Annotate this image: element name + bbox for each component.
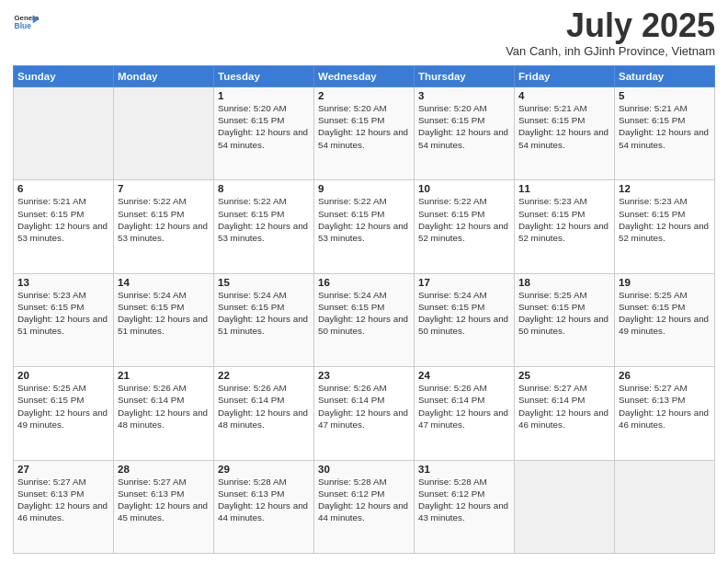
table-row: 18Sunrise: 5:25 AM Sunset: 6:15 PM Dayli… xyxy=(515,273,615,366)
calendar-week-row: 27Sunrise: 5:27 AM Sunset: 6:13 PM Dayli… xyxy=(14,460,715,553)
table-row xyxy=(14,87,114,180)
table-row: 28Sunrise: 5:27 AM Sunset: 6:13 PM Dayli… xyxy=(114,460,214,553)
title-block: July 2025 Van Canh, inh GJinh Province, … xyxy=(506,9,715,58)
calendar-header-row: Sunday Monday Tuesday Wednesday Thursday… xyxy=(14,66,715,87)
table-row: 22Sunrise: 5:26 AM Sunset: 6:14 PM Dayli… xyxy=(214,367,314,460)
day-info: Sunrise: 5:20 AM Sunset: 6:15 PM Dayligh… xyxy=(318,102,410,151)
table-row: 2Sunrise: 5:20 AM Sunset: 6:15 PM Daylig… xyxy=(314,87,415,180)
header: General Blue July 2025 Van Canh, inh GJi… xyxy=(13,9,715,58)
calendar-week-row: 20Sunrise: 5:25 AM Sunset: 6:15 PM Dayli… xyxy=(14,367,715,460)
logo-icon: General Blue xyxy=(13,9,39,35)
day-number: 27 xyxy=(17,464,109,475)
day-number: 2 xyxy=(318,90,410,101)
day-number: 24 xyxy=(418,370,510,381)
table-row: 3Sunrise: 5:20 AM Sunset: 6:15 PM Daylig… xyxy=(415,87,515,180)
day-number: 30 xyxy=(318,464,410,475)
day-number: 29 xyxy=(218,464,310,475)
day-number: 13 xyxy=(17,277,109,288)
col-thursday: Thursday xyxy=(415,66,515,87)
logo: General Blue xyxy=(13,9,39,35)
table-row: 13Sunrise: 5:23 AM Sunset: 6:15 PM Dayli… xyxy=(14,273,114,366)
day-info: Sunrise: 5:21 AM Sunset: 6:15 PM Dayligh… xyxy=(518,102,610,151)
day-number: 6 xyxy=(17,183,109,194)
day-number: 17 xyxy=(418,277,510,288)
day-info: Sunrise: 5:23 AM Sunset: 6:15 PM Dayligh… xyxy=(17,289,109,338)
svg-text:Blue: Blue xyxy=(15,21,32,30)
col-monday: Monday xyxy=(114,66,214,87)
table-row xyxy=(114,87,214,180)
month-title: July 2025 xyxy=(506,9,715,42)
day-info: Sunrise: 5:24 AM Sunset: 6:15 PM Dayligh… xyxy=(418,289,510,338)
day-info: Sunrise: 5:22 AM Sunset: 6:15 PM Dayligh… xyxy=(218,195,310,244)
table-row: 27Sunrise: 5:27 AM Sunset: 6:13 PM Dayli… xyxy=(14,460,114,553)
day-info: Sunrise: 5:20 AM Sunset: 6:15 PM Dayligh… xyxy=(418,102,510,151)
table-row: 31Sunrise: 5:28 AM Sunset: 6:12 PM Dayli… xyxy=(415,460,515,553)
table-row: 1Sunrise: 5:20 AM Sunset: 6:15 PM Daylig… xyxy=(214,87,314,180)
day-number: 23 xyxy=(318,370,410,381)
calendar-week-row: 1Sunrise: 5:20 AM Sunset: 6:15 PM Daylig… xyxy=(14,87,715,180)
table-row: 12Sunrise: 5:23 AM Sunset: 6:15 PM Dayli… xyxy=(615,180,715,273)
day-info: Sunrise: 5:22 AM Sunset: 6:15 PM Dayligh… xyxy=(118,195,210,244)
day-info: Sunrise: 5:26 AM Sunset: 6:14 PM Dayligh… xyxy=(418,382,510,431)
table-row: 23Sunrise: 5:26 AM Sunset: 6:14 PM Dayli… xyxy=(314,367,415,460)
location: Van Canh, inh GJinh Province, Vietnam xyxy=(506,44,715,58)
day-number: 14 xyxy=(118,277,210,288)
day-info: Sunrise: 5:25 AM Sunset: 6:15 PM Dayligh… xyxy=(619,289,711,338)
table-row: 7Sunrise: 5:22 AM Sunset: 6:15 PM Daylig… xyxy=(114,180,214,273)
calendar-table: Sunday Monday Tuesday Wednesday Thursday… xyxy=(13,65,715,554)
day-info: Sunrise: 5:27 AM Sunset: 6:13 PM Dayligh… xyxy=(118,476,210,524)
day-info: Sunrise: 5:26 AM Sunset: 6:14 PM Dayligh… xyxy=(118,382,210,431)
table-row: 4Sunrise: 5:21 AM Sunset: 6:15 PM Daylig… xyxy=(515,87,615,180)
day-number: 26 xyxy=(619,370,711,381)
day-number: 8 xyxy=(218,183,310,194)
day-number: 10 xyxy=(418,183,510,194)
day-info: Sunrise: 5:23 AM Sunset: 6:15 PM Dayligh… xyxy=(619,195,711,244)
day-info: Sunrise: 5:25 AM Sunset: 6:15 PM Dayligh… xyxy=(17,382,109,431)
day-number: 31 xyxy=(418,464,510,475)
day-number: 22 xyxy=(218,370,310,381)
day-number: 9 xyxy=(318,183,410,194)
day-number: 3 xyxy=(418,90,510,101)
table-row: 6Sunrise: 5:21 AM Sunset: 6:15 PM Daylig… xyxy=(14,180,114,273)
table-row: 19Sunrise: 5:25 AM Sunset: 6:15 PM Dayli… xyxy=(615,273,715,366)
day-number: 20 xyxy=(17,370,109,381)
table-row: 16Sunrise: 5:24 AM Sunset: 6:15 PM Dayli… xyxy=(314,273,415,366)
day-info: Sunrise: 5:24 AM Sunset: 6:15 PM Dayligh… xyxy=(318,289,410,338)
day-number: 11 xyxy=(518,183,610,194)
page: General Blue July 2025 Van Canh, inh GJi… xyxy=(0,0,728,563)
day-info: Sunrise: 5:22 AM Sunset: 6:15 PM Dayligh… xyxy=(318,195,410,244)
table-row: 21Sunrise: 5:26 AM Sunset: 6:14 PM Dayli… xyxy=(114,367,214,460)
day-info: Sunrise: 5:26 AM Sunset: 6:14 PM Dayligh… xyxy=(318,382,410,431)
day-number: 7 xyxy=(118,183,210,194)
day-number: 12 xyxy=(619,183,711,194)
col-sunday: Sunday xyxy=(14,66,114,87)
table-row: 5Sunrise: 5:21 AM Sunset: 6:15 PM Daylig… xyxy=(615,87,715,180)
col-saturday: Saturday xyxy=(615,66,715,87)
day-number: 28 xyxy=(118,464,210,475)
day-info: Sunrise: 5:23 AM Sunset: 6:15 PM Dayligh… xyxy=(518,195,610,244)
table-row: 9Sunrise: 5:22 AM Sunset: 6:15 PM Daylig… xyxy=(314,180,415,273)
day-number: 19 xyxy=(619,277,711,288)
table-row: 14Sunrise: 5:24 AM Sunset: 6:15 PM Dayli… xyxy=(114,273,214,366)
table-row: 20Sunrise: 5:25 AM Sunset: 6:15 PM Dayli… xyxy=(14,367,114,460)
day-info: Sunrise: 5:28 AM Sunset: 6:12 PM Dayligh… xyxy=(318,476,410,524)
table-row: 24Sunrise: 5:26 AM Sunset: 6:14 PM Dayli… xyxy=(415,367,515,460)
day-number: 4 xyxy=(518,90,610,101)
day-info: Sunrise: 5:21 AM Sunset: 6:15 PM Dayligh… xyxy=(619,102,711,151)
day-number: 21 xyxy=(118,370,210,381)
table-row: 25Sunrise: 5:27 AM Sunset: 6:14 PM Dayli… xyxy=(515,367,615,460)
table-row: 17Sunrise: 5:24 AM Sunset: 6:15 PM Dayli… xyxy=(415,273,515,366)
day-info: Sunrise: 5:24 AM Sunset: 6:15 PM Dayligh… xyxy=(218,289,310,338)
table-row: 15Sunrise: 5:24 AM Sunset: 6:15 PM Dayli… xyxy=(214,273,314,366)
day-info: Sunrise: 5:25 AM Sunset: 6:15 PM Dayligh… xyxy=(518,289,610,338)
day-info: Sunrise: 5:27 AM Sunset: 6:14 PM Dayligh… xyxy=(518,382,610,431)
col-tuesday: Tuesday xyxy=(214,66,314,87)
day-number: 16 xyxy=(318,277,410,288)
day-info: Sunrise: 5:20 AM Sunset: 6:15 PM Dayligh… xyxy=(218,102,310,151)
day-number: 1 xyxy=(218,90,310,101)
day-info: Sunrise: 5:27 AM Sunset: 6:13 PM Dayligh… xyxy=(619,382,711,431)
table-row xyxy=(515,460,615,553)
table-row: 30Sunrise: 5:28 AM Sunset: 6:12 PM Dayli… xyxy=(314,460,415,553)
table-row: 10Sunrise: 5:22 AM Sunset: 6:15 PM Dayli… xyxy=(415,180,515,273)
day-info: Sunrise: 5:22 AM Sunset: 6:15 PM Dayligh… xyxy=(418,195,510,244)
